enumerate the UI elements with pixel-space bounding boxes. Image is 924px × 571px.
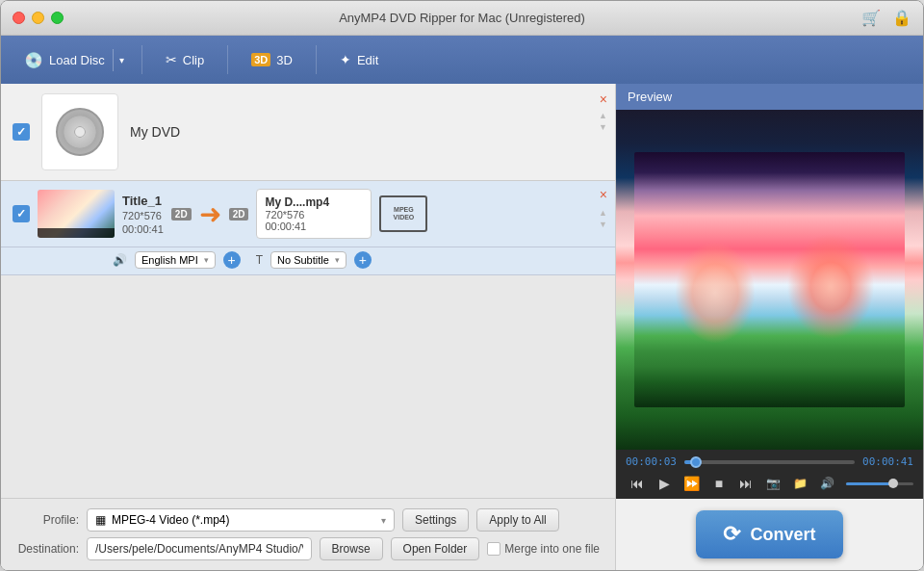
merge-label: Merge into one file xyxy=(487,542,600,556)
convert-arrow-icon: ➜ xyxy=(199,198,221,230)
traffic-lights xyxy=(13,12,64,24)
preview-header: Preview xyxy=(616,84,923,110)
separator-2 xyxy=(227,45,228,74)
destination-input[interactable] xyxy=(87,537,312,560)
title-down-arrow[interactable]: ▼ xyxy=(599,220,607,229)
play-button[interactable]: ▶ xyxy=(653,474,676,493)
clip-button[interactable]: ✂ Clip xyxy=(154,46,216,73)
output-info: My D....mp4 720*576 00:00:41 xyxy=(256,189,372,239)
progress-track[interactable] xyxy=(684,460,855,464)
title-close-button[interactable]: × xyxy=(600,187,607,202)
disc-item: My DVD × ▲ ▼ xyxy=(1,84,615,181)
left-panel: My DVD × ▲ ▼ Title_ xyxy=(1,84,615,570)
disc-visual-icon xyxy=(56,108,104,156)
volume-track[interactable] xyxy=(846,482,913,485)
output-duration: 00:00:41 xyxy=(265,221,363,232)
threed-badge-icon: 3D xyxy=(251,53,270,66)
profile-row: Profile: ▦ MPEG-4 Video (*.mp4) ▾ Settin… xyxy=(16,508,600,532)
output-dimensions: 720*576 xyxy=(265,209,363,221)
profile-select[interactable]: ▦ MPEG-4 Video (*.mp4) ▾ xyxy=(87,508,395,532)
title-item: Title_1 720*576 00:00:41 2D ➜ 2D My D...… xyxy=(1,181,615,247)
disc-down-arrow[interactable]: ▼ xyxy=(599,122,607,132)
audio-label: English MPI xyxy=(141,254,198,266)
audio-add-button[interactable]: + xyxy=(223,251,241,269)
minimize-button[interactable] xyxy=(32,12,44,24)
settings-button[interactable]: Settings xyxy=(402,508,469,532)
disc-checkbox[interactable] xyxy=(13,123,30,141)
load-disc-label: Load Disc xyxy=(49,53,105,67)
subtitle-label: No Subtitle xyxy=(277,254,329,266)
right-panel: Preview 00:00:03 00:00:41 ⏮ ▶ xyxy=(615,84,923,570)
disc-name: My DVD xyxy=(130,124,180,140)
separator-1 xyxy=(141,45,142,74)
close-button[interactable] xyxy=(13,12,25,24)
screenshot-button[interactable]: 📷 xyxy=(761,475,784,492)
preview-video xyxy=(616,110,923,450)
apply-to-all-button[interactable]: Apply to All xyxy=(476,508,558,532)
titlebar-icons: 🛒 🔒 xyxy=(861,9,911,27)
edit-icon: ✦ xyxy=(340,52,351,67)
convert-label: Convert xyxy=(750,525,815,545)
user-icon[interactable]: 🔒 xyxy=(892,9,911,27)
scissors-icon: ✂ xyxy=(166,52,177,67)
browse-button[interactable]: Browse xyxy=(320,537,383,560)
profile-value: MPEG-4 Video (*.mp4) xyxy=(112,513,230,527)
separator-3 xyxy=(316,45,317,74)
subtitle-chevron-icon: ▾ xyxy=(335,255,340,265)
disc-close-button[interactable]: × xyxy=(600,91,607,107)
title-name: Title_1 xyxy=(122,194,164,208)
open-folder-button[interactable]: Open Folder xyxy=(391,537,480,560)
output-name: My D....mp4 xyxy=(265,195,363,209)
progress-handle[interactable] xyxy=(690,456,702,468)
title-duration: 00:00:41 xyxy=(122,223,164,235)
convert-button[interactable]: ⟳ Convert xyxy=(696,510,842,558)
audio-select[interactable]: English MPI ▾ xyxy=(135,251,216,269)
volume-fill xyxy=(846,482,893,485)
load-disc-button[interactable]: 💿 Load Disc xyxy=(16,45,113,75)
current-time: 00:00:03 xyxy=(626,455,677,468)
subtitle-select[interactable]: No Subtitle ▾ xyxy=(270,251,346,269)
total-time: 00:00:41 xyxy=(862,455,913,468)
folder-button[interactable]: 📁 xyxy=(788,475,811,492)
window-title: AnyMP4 DVD Ripper for Mac (Unregistered) xyxy=(339,11,585,25)
preview-controls: 00:00:03 00:00:41 ⏮ ▶ ⏩ ■ ⏭ 📷 📁 🔊 xyxy=(616,450,923,499)
preview-image xyxy=(616,110,923,450)
title-up-arrow[interactable]: ▲ xyxy=(599,208,607,218)
disc-thumbnail xyxy=(41,93,118,170)
edit-button[interactable]: ✦ Edit xyxy=(328,46,390,73)
disc-icon: 💿 xyxy=(24,51,43,69)
toolbar: 💿 Load Disc ▾ ✂ Clip 3D 3D ✦ Edit xyxy=(1,36,923,84)
content-scroll[interactable]: My DVD × ▲ ▼ Title_ xyxy=(1,84,615,498)
audio-icon: 🔊 xyxy=(113,253,127,267)
playback-controls: ⏮ ▶ ⏩ ■ ⏭ 📷 📁 🔊 xyxy=(626,474,913,493)
convert-icon: ⟳ xyxy=(723,522,740,547)
main-content: My DVD × ▲ ▼ Title_ xyxy=(1,84,923,570)
bottom-bar: Profile: ▦ MPEG-4 Video (*.mp4) ▾ Settin… xyxy=(1,498,615,570)
load-disc-dropdown[interactable]: ▾ xyxy=(113,49,130,71)
stop-button[interactable]: ■ xyxy=(707,474,731,493)
title-thumb-visual xyxy=(38,190,115,238)
fast-forward-button[interactable]: ⏩ xyxy=(680,474,704,493)
cart-icon[interactable]: 🛒 xyxy=(861,9,881,27)
load-disc-group: 💿 Load Disc ▾ xyxy=(16,45,130,75)
volume-button[interactable]: 🔊 xyxy=(815,475,838,492)
title-checkbox[interactable] xyxy=(13,205,30,222)
disc-up-arrow[interactable]: ▲ xyxy=(599,111,607,120)
profile-label: Profile: xyxy=(16,513,79,527)
merge-checkbox[interactable] xyxy=(487,542,500,556)
profile-chevron-icon: ▾ xyxy=(381,515,386,526)
profile-icon: ▦ xyxy=(95,513,106,527)
volume-handle[interactable] xyxy=(888,479,898,488)
output-2d-badge: 2D xyxy=(229,208,249,221)
convert-section: ⟳ Convert xyxy=(616,499,923,570)
threed-button[interactable]: 3D 3D xyxy=(240,47,304,73)
skip-forward-button[interactable]: ⏭ xyxy=(734,474,757,493)
skip-back-button[interactable]: ⏮ xyxy=(626,474,649,493)
title-info: Title_1 720*576 00:00:41 xyxy=(122,194,164,235)
audio-subtitle-row: 🔊 English MPI ▾ + T No Subtitle ▾ + xyxy=(1,247,615,275)
subtitle-add-button[interactable]: + xyxy=(354,251,372,269)
merge-label-text: Merge into one file xyxy=(504,542,600,556)
app-window: AnyMP4 DVD Ripper for Mac (Unregistered)… xyxy=(0,0,924,571)
destination-label: Destination: xyxy=(16,542,79,556)
maximize-button[interactable] xyxy=(51,12,64,24)
